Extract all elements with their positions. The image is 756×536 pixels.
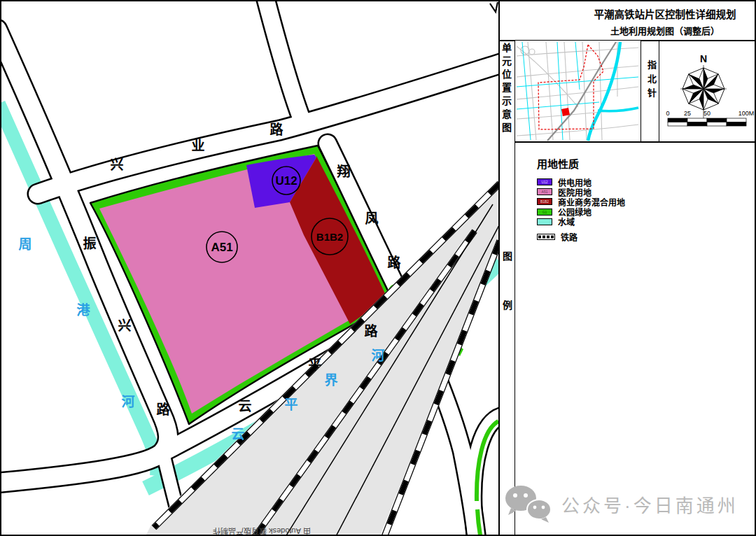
water-label-char: 河 <box>371 348 384 363</box>
legend-item: 铁路 <box>537 232 747 241</box>
water-label-char: 周 <box>18 237 31 252</box>
road-label-char: 路 <box>270 122 284 137</box>
land-use-map: 由 Autodesk 教育版产品制作 兴业路振兴路翔凤路云平路周港河云平界河U1… <box>1 1 498 536</box>
legend-swatch: A51 <box>537 188 552 195</box>
railway-legend-symbol <box>537 234 555 240</box>
scale-bar: 02550100M <box>664 108 756 132</box>
inset-site-marker <box>561 108 570 116</box>
scale-segment <box>727 122 746 127</box>
compass-rose <box>682 68 724 110</box>
road-label-char: 翔 <box>336 164 350 179</box>
unit-location-label: 单元位置示意图 <box>499 43 513 136</box>
scale-segment <box>707 118 727 122</box>
legend-strip-label: 图例 <box>500 251 514 349</box>
wechat-icon <box>503 483 554 525</box>
scale-tick-label: 25 <box>684 110 691 117</box>
legend-swatch: G1 <box>537 209 552 216</box>
scale-segment <box>668 122 687 127</box>
road-label-char: 路 <box>387 255 401 270</box>
road-label-char: 兴 <box>118 318 131 333</box>
autocad-stamp: 由 Autodesk 教育版产品制作 <box>213 527 311 536</box>
legend-label: 铁路 <box>561 231 578 243</box>
location-inset-map <box>515 41 640 141</box>
road-label-char: 兴 <box>110 157 123 172</box>
compass-strip-label: 指北针 <box>645 60 658 102</box>
north-n-label: N <box>700 53 707 64</box>
road-label-char: 平 <box>308 358 321 372</box>
page-subtitle: 土地利用规划图（调整后） <box>574 23 756 39</box>
parcel-label-u12: U12 <box>275 174 297 188</box>
scale-tick-label: 0 <box>666 110 669 117</box>
legend-label: 水域 <box>558 216 575 227</box>
scale-tick-label: 100M <box>738 110 755 117</box>
parcel-label-b1b2: B1B2 <box>316 231 343 243</box>
legend-rows: U12供电用地A51医院用地B1B2商业商务混合用地G1公园绿地水域铁路 <box>537 177 747 241</box>
scale-segment <box>668 118 687 122</box>
water-label-char: 云 <box>231 427 244 442</box>
inset-right-divider <box>640 40 641 142</box>
road-label-char: 云 <box>238 399 251 414</box>
legend-item: 水域 <box>537 217 747 227</box>
scale-segment <box>707 122 727 127</box>
water-label-char: 界 <box>324 373 337 388</box>
water-label-char: 港 <box>76 303 90 318</box>
scale-segment <box>687 118 707 122</box>
road-label-char: 业 <box>191 139 204 153</box>
road-label-char: 路 <box>364 323 378 339</box>
legend-header: 用地性质 <box>537 156 747 171</box>
road-label-char: 路 <box>156 402 170 417</box>
scale-segment <box>687 122 707 127</box>
page-title: 平潮高铁站片区控制性详细规划 <box>574 6 756 23</box>
water-label-char: 平 <box>284 397 298 412</box>
scale-tick-label: 50 <box>704 110 710 117</box>
watermark: 公众号·今日南通州 <box>503 483 738 525</box>
planning-map-page: 由 Autodesk 教育版产品制作 兴业路振兴路翔凤路云平路周港河云平界河U1… <box>0 0 756 536</box>
title-block: 平潮高铁站片区控制性详细规划 土地利用规划图（调整后） <box>574 6 756 39</box>
legend-swatch <box>537 218 552 225</box>
legend: 用地性质 U12供电用地A51医院用地B1B2商业商务混合用地G1公园绿地水域铁… <box>537 156 747 241</box>
road-label-char: 凤 <box>365 211 378 226</box>
scale-segment <box>727 118 746 122</box>
legend-swatch: B1B2 <box>537 198 552 205</box>
parcel-label-a51: A51 <box>211 241 232 254</box>
road-label-char: 振 <box>83 236 96 251</box>
watermark-text: 公众号·今日南通州 <box>561 491 738 517</box>
water-label-char: 河 <box>121 395 134 409</box>
legend-swatch: U12 <box>537 178 552 185</box>
